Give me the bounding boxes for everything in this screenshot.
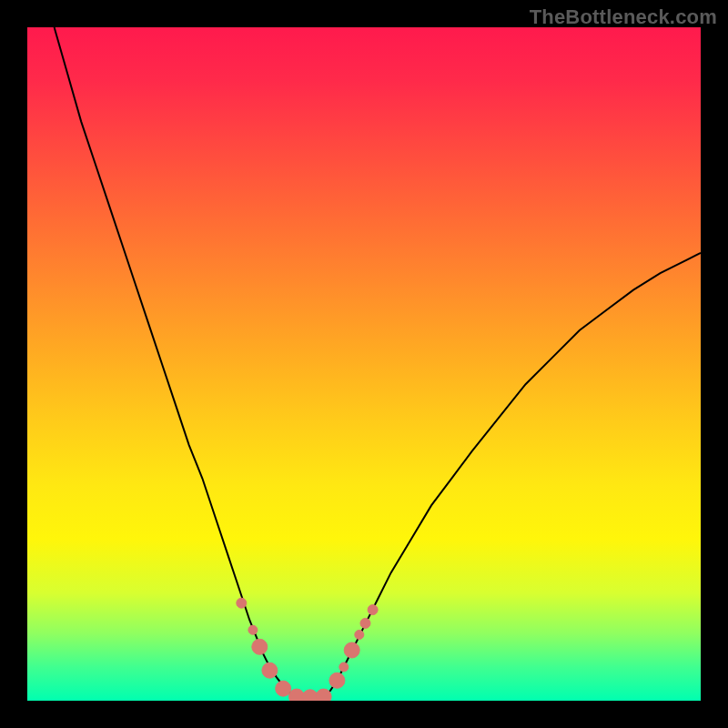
data-marker <box>252 639 268 654</box>
data-marker <box>316 689 331 701</box>
chart-frame: TheBottleneck.com <box>0 0 728 728</box>
data-marker <box>262 662 278 678</box>
data-marker <box>276 681 291 696</box>
data-marker <box>302 690 318 701</box>
data-marker <box>344 642 359 658</box>
data-marker <box>339 662 349 672</box>
curve-overlay <box>27 27 701 701</box>
data-marker <box>289 689 305 701</box>
data-marker <box>368 605 378 615</box>
data-marker <box>360 618 370 628</box>
data-marker <box>248 625 258 634</box>
plot-area <box>27 27 701 701</box>
data-marker <box>355 630 364 639</box>
watermark-text: TheBottleneck.com <box>530 5 717 29</box>
bottleneck-curve-left-curve <box>55 27 297 697</box>
data-marker <box>237 598 247 608</box>
bottleneck-curve-right-curve <box>324 253 701 697</box>
data-marker <box>329 672 345 688</box>
